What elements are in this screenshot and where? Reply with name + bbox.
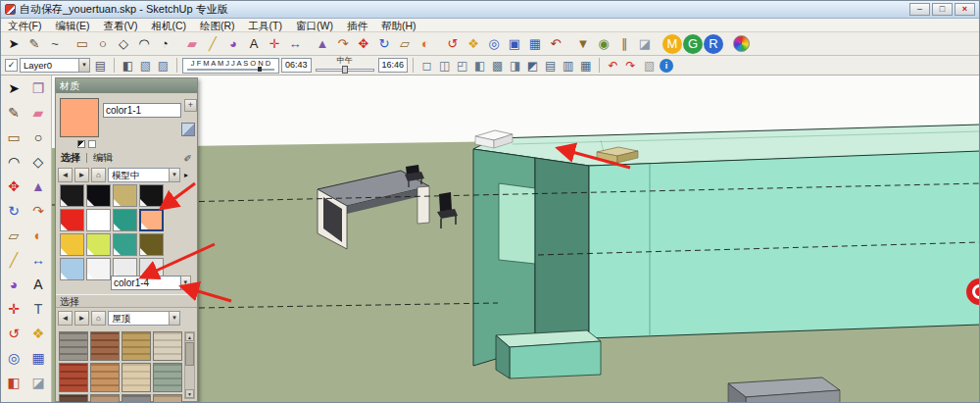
materials-panel-title[interactable]: 材质 <box>56 78 197 93</box>
menu-item[interactable]: 查看(V) <box>96 19 144 32</box>
scrollbar-thumb[interactable] <box>185 342 194 366</box>
texture-swatch[interactable] <box>122 363 151 392</box>
shadow-dialog-icon[interactable]: ◧ <box>120 57 136 74</box>
orbit-tool[interactable]: ↺ <box>2 322 25 345</box>
arc-tool[interactable]: ◠ <box>2 150 25 174</box>
scale-tool[interactable]: ▱ <box>395 34 415 54</box>
forward-button[interactable]: ► <box>74 168 89 182</box>
color-swatch[interactable] <box>113 233 137 256</box>
iso-view-icon[interactable]: ◩ <box>524 57 541 74</box>
transparency-toggle-icon[interactable] <box>77 140 85 148</box>
chevron-down-icon[interactable]: ▼ <box>181 276 191 290</box>
zoom-extents-tool[interactable]: ▦ <box>26 346 50 370</box>
zoom-window-tool[interactable]: ▣ <box>505 34 524 54</box>
scroll-up-button[interactable]: ▲ <box>185 332 194 341</box>
color-swatch[interactable] <box>60 184 84 207</box>
dimension-tool[interactable]: ↔ <box>26 248 50 272</box>
menu-item[interactable]: 帮助(H) <box>374 19 423 32</box>
create-material-button[interactable]: + <box>184 99 197 112</box>
material-name-input[interactable] <box>103 103 181 118</box>
default-color-icon[interactable] <box>88 140 96 148</box>
plugin-badge-m[interactable]: M <box>662 34 682 54</box>
move-tool[interactable]: ✥ <box>354 34 373 54</box>
menu-item[interactable]: 插件 <box>340 19 374 32</box>
shadow-time-slider[interactable]: 中午 <box>314 57 376 75</box>
color-swatch[interactable] <box>139 184 164 207</box>
textured-style-icon[interactable]: ▩ <box>489 57 506 74</box>
dimension-tool[interactable]: ↔ <box>285 34 305 54</box>
polygon-tool[interactable]: ◇ <box>26 150 50 174</box>
protractor-tool[interactable]: ◕ <box>223 34 243 54</box>
texture-swatch[interactable] <box>122 331 151 361</box>
forward-button[interactable]: ► <box>74 311 89 326</box>
offset-tool[interactable]: ◐ <box>416 34 435 54</box>
plugin-badge-r[interactable]: R <box>704 34 723 54</box>
chevron-down-icon[interactable]: ▼ <box>169 312 179 325</box>
tab-select[interactable]: 选择 <box>61 151 80 165</box>
rotate-tool[interactable]: ↻ <box>374 34 394 54</box>
texture-swatch[interactable] <box>90 394 120 403</box>
texture-swatch[interactable] <box>90 363 120 392</box>
layer-manager-icon[interactable]: ▤ <box>92 57 109 74</box>
home-button[interactable]: ⌂ <box>91 311 106 326</box>
menu-item[interactable]: 绘图(R) <box>193 19 242 32</box>
zoom-tool[interactable]: ◎ <box>484 34 504 54</box>
zoom-tool[interactable]: ◎ <box>2 346 25 370</box>
eyedropper-icon[interactable]: ✐ <box>184 153 192 164</box>
model-info-icon[interactable]: ▧ <box>641 57 658 74</box>
redo-button[interactable]: ↷ <box>622 57 639 74</box>
color-swatch[interactable] <box>60 258 84 280</box>
texture-swatch[interactable] <box>59 331 88 361</box>
color-swatch[interactable] <box>113 209 137 231</box>
paint-sample-icon[interactable] <box>181 123 195 136</box>
menu-item[interactable]: 窗口(W) <box>289 19 340 32</box>
look-around-tool[interactable]: ◉ <box>594 34 613 54</box>
text-tool[interactable]: A <box>26 273 50 296</box>
texture-swatch[interactable] <box>122 394 151 403</box>
month-slider-thumb[interactable] <box>258 67 262 72</box>
pan-tool[interactable]: ❖ <box>26 322 50 345</box>
layer-dropdown[interactable]: Layer0▼ <box>20 58 90 73</box>
texture-scrollbar[interactable]: ▲ ▼ <box>184 331 195 399</box>
table-leg[interactable] <box>417 186 429 224</box>
tab-edit[interactable]: 编辑 <box>93 151 113 165</box>
texture-swatch[interactable] <box>153 394 182 403</box>
monochrome-style-icon[interactable]: ◨ <box>507 57 523 74</box>
texture-swatch[interactable] <box>59 394 88 403</box>
close-button[interactable]: × <box>955 3 975 16</box>
chair-back[interactable] <box>439 192 452 212</box>
push-pull-tool[interactable]: ▲ <box>26 175 50 198</box>
offset-tool[interactable]: ◐ <box>26 224 50 247</box>
texture-swatch[interactable] <box>153 331 182 361</box>
color-swatch[interactable] <box>113 184 137 207</box>
zoom-extents-tool[interactable]: ▦ <box>525 34 545 54</box>
menu-item[interactable]: 编辑(E) <box>48 19 96 32</box>
line-tool[interactable]: ✎ <box>2 101 25 125</box>
axes-tool[interactable]: ✛ <box>2 297 25 321</box>
polygon-tool[interactable]: ◇ <box>114 34 133 54</box>
rectangle-tool[interactable]: ▭ <box>73 34 92 54</box>
menu-item[interactable]: 文件(F) <box>1 19 48 32</box>
eraser-tool[interactable]: ▰ <box>182 34 202 54</box>
select-tool[interactable]: ➤ <box>4 34 24 54</box>
library-dropdown[interactable]: 屋顶▼ <box>108 311 180 326</box>
color-swatch[interactable] <box>86 209 111 231</box>
details-arrow-icon[interactable]: ▸ <box>184 171 188 179</box>
instructor-info-button[interactable]: i <box>660 59 673 73</box>
building-column[interactable] <box>535 158 589 347</box>
orbit-tool[interactable]: ↺ <box>443 34 463 54</box>
color-swatch[interactable] <box>60 209 84 231</box>
hidden-line-style-icon[interactable]: ◰ <box>454 57 470 74</box>
select-tool[interactable]: ➤ <box>2 76 25 100</box>
minimize-button[interactable]: – <box>909 3 930 16</box>
pie-tool[interactable]: ◔ <box>155 34 174 54</box>
arc-tool[interactable]: ◠ <box>134 34 154 54</box>
rectangle-tool[interactable]: ▭ <box>2 126 25 149</box>
xray-style-icon[interactable]: ◻ <box>418 57 435 74</box>
previous-view-tool[interactable]: ↶ <box>546 34 565 54</box>
in-model-dropdown[interactable]: 模型中▼ <box>108 168 180 182</box>
color-swatch[interactable] <box>60 233 84 256</box>
protractor-tool[interactable]: ◕ <box>2 273 25 296</box>
home-button[interactable]: ⌂ <box>91 168 106 182</box>
material-name2-input[interactable] <box>111 276 181 290</box>
